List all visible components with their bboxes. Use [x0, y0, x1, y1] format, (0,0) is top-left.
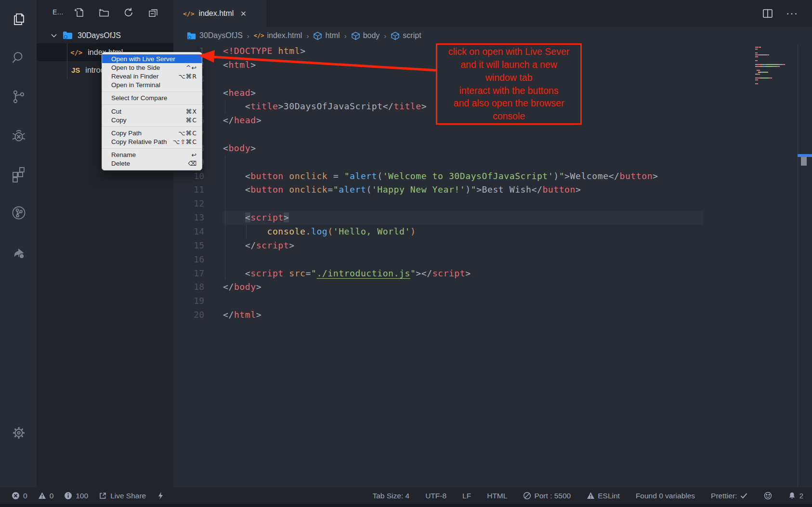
breadcrumb-separator: ›	[247, 32, 249, 40]
status-100[interactable]: 100	[64, 492, 88, 500]
status-0[interactable]: 0	[38, 492, 54, 500]
new-file-icon[interactable]	[74, 7, 85, 18]
menu-item-label: Copy	[111, 117, 127, 124]
menu-item-copy-relative-path[interactable]: Copy Relative Path⌥⇧⌘C	[102, 138, 202, 146]
explorer-icon[interactable]	[11, 11, 27, 27]
code-text: <head>	[223, 86, 256, 100]
source-control-icon[interactable]	[11, 89, 27, 105]
status-utf-8[interactable]: UTF-8	[425, 492, 446, 500]
extensions-icon[interactable]	[11, 166, 27, 182]
scrollbar-handle[interactable]	[801, 157, 807, 166]
status-smiley-icon[interactable]	[764, 492, 772, 500]
breadcrumb-item-body[interactable]: body	[351, 31, 380, 40]
menu-item-label: Copy Path	[111, 130, 142, 137]
menu-item-shortcut: ^↩	[186, 64, 197, 71]
code-line-17[interactable]: 17 <script src="./introduction.js"></scr…	[173, 267, 812, 281]
line-number: 12	[173, 197, 204, 211]
status-live-share[interactable]: Live Share	[99, 492, 146, 500]
code-text: <script>	[223, 211, 289, 225]
status-lightning-icon[interactable]	[157, 492, 165, 500]
code-text: </body>	[223, 280, 262, 294]
js-file-icon: JS	[71, 66, 80, 74]
close-icon[interactable]: ×	[240, 9, 246, 18]
menu-separator	[102, 126, 202, 127]
explorer-header: E...	[37, 0, 173, 25]
menu-item-open-in-terminal[interactable]: Open in Terminal	[102, 81, 202, 90]
code-line-18[interactable]: 18</body>	[173, 280, 812, 294]
menu-item-copy[interactable]: Copy⌘C	[102, 116, 202, 124]
breadcrumb-item-html[interactable]: html	[313, 31, 340, 40]
status-label: Found 0 variables	[636, 492, 695, 500]
code-line-20[interactable]: 20</html>	[173, 308, 812, 322]
share-arrow-icon[interactable]	[11, 244, 27, 260]
html-file-icon: </>	[183, 10, 194, 17]
annotation-text: interact with the buttons	[459, 84, 559, 97]
split-editor-icon[interactable]	[761, 7, 774, 20]
error-icon	[12, 492, 20, 500]
status-html[interactable]: HTML	[487, 492, 507, 500]
code-text: <html>	[223, 58, 256, 72]
debug-icon[interactable]	[11, 128, 27, 144]
html-file-icon: </>	[254, 32, 264, 39]
breadcrumb-item-script[interactable]: script	[391, 31, 421, 40]
collapse-all-icon[interactable]	[147, 7, 159, 18]
code-line-19[interactable]: 19	[173, 294, 812, 308]
breadcrumb-item-index-html[interactable]: </>index.html	[254, 31, 302, 40]
code-line-15[interactable]: 15 </script>	[173, 239, 812, 253]
settings-gear-icon[interactable]	[11, 425, 27, 441]
code-line-8[interactable]: 8<body>	[173, 142, 812, 156]
line-number: 16	[173, 253, 204, 267]
menu-item-label: Cut	[111, 108, 121, 115]
more-actions-icon[interactable]: ···	[786, 7, 799, 20]
new-folder-icon[interactable]	[98, 7, 110, 18]
code-line-10[interactable]: 10 <button onclick = "alert('Welcome to …	[173, 169, 812, 183]
status-0[interactable]: 0	[12, 492, 27, 500]
status-tab-size-4[interactable]: Tab Size: 4	[372, 492, 409, 500]
status-found-0-variables[interactable]: Found 0 variables	[636, 492, 695, 500]
menu-item-label: Copy Relative Path	[111, 138, 167, 145]
annotation-text: and also open the browser	[454, 97, 564, 110]
tab-index-html[interactable]: </> index.html ×	[173, 0, 266, 27]
menu-item-open-to-the-side[interactable]: Open to the Side^↩	[102, 63, 202, 72]
status-2[interactable]: 2	[788, 492, 803, 500]
status-label: LF	[462, 492, 471, 500]
menu-item-rename[interactable]: Rename↩	[102, 151, 202, 159]
menu-item-delete[interactable]: Delete⌫	[102, 159, 202, 168]
code-line-7[interactable]: 7	[173, 128, 812, 142]
code-line-13[interactable]: 13 <script>	[173, 211, 812, 225]
code-line-14[interactable]: 14 console.log('Hello, World')	[173, 225, 812, 239]
status-lf[interactable]: LF	[462, 492, 471, 500]
minimap[interactable]	[755, 47, 801, 85]
status-bar-left: 00100Live Share	[12, 492, 165, 500]
status-eslint[interactable]: ESLint	[587, 492, 620, 500]
menu-item-open-with-live-server[interactable]: Open with Live Server	[102, 54, 202, 63]
menu-item-cut[interactable]: Cut⌘X	[102, 107, 202, 116]
menu-item-reveal-in-finder[interactable]: Reveal in Finder⌥⌘R	[102, 72, 202, 80]
info-icon	[64, 492, 72, 500]
breadcrumb-item-30daysofjs[interactable]: 30DaysOfJS	[187, 31, 243, 40]
status-port-5500[interactable]: Port : 5500	[523, 492, 571, 500]
status-label: HTML	[487, 492, 507, 500]
breadcrumb-separator: ›	[344, 32, 347, 40]
menu-item-label: Open with Live Server	[111, 55, 175, 63]
status-prettier[interactable]: Prettier:	[711, 492, 748, 500]
status-label: 100	[76, 492, 88, 500]
menu-item-label: Reveal in Finder	[111, 73, 158, 80]
code-line-9[interactable]: 9	[173, 156, 812, 169]
code-line-12[interactable]: 12	[173, 197, 812, 211]
line-number: 13	[173, 211, 204, 225]
code-line-11[interactable]: 11 <button onclick="alert('Happy New Yea…	[173, 183, 812, 197]
sidebar-item-folder[interactable]: 30DaysOfJS	[37, 27, 173, 43]
html-file-icon: </>	[70, 49, 82, 56]
gitlens-icon[interactable]	[11, 205, 27, 221]
refresh-icon[interactable]	[123, 7, 134, 18]
symbol-cube-icon	[391, 31, 400, 40]
tab-label: index.html	[198, 9, 234, 18]
menu-item-select-for-compare[interactable]: Select for Compare	[102, 94, 202, 103]
menu-item-shortcut: ⌥⌘R	[178, 73, 197, 80]
code-line-16[interactable]: 16	[173, 253, 812, 267]
menu-item-copy-path[interactable]: Copy Path⌥⌘C	[102, 129, 202, 137]
menu-item-shortcut: ⌥⌘C	[178, 130, 197, 137]
line-number: 20	[173, 308, 204, 322]
search-icon[interactable]	[11, 50, 27, 66]
